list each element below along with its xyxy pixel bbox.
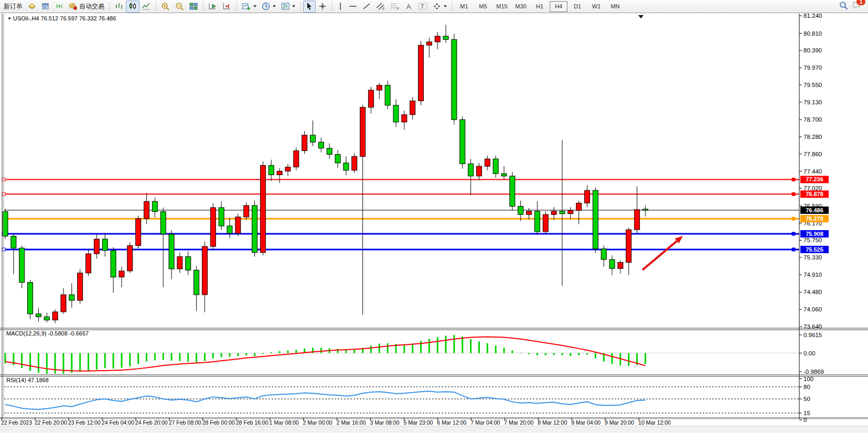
timeframe-m15-button[interactable]: M15 — [493, 1, 511, 12]
candle-down — [534, 211, 540, 232]
indicators-button[interactable] — [239, 1, 259, 13]
timeframe-group: M1M5M15M30H1H4D1W1MN — [455, 0, 625, 13]
candle-up — [144, 201, 149, 219]
bar-chart-button[interactable] — [112, 1, 126, 13]
timeframe-h1-button[interactable]: H1 — [531, 1, 549, 12]
timeframe-mn-button[interactable]: MN — [606, 1, 624, 12]
vertical-line-button[interactable] — [335, 1, 346, 13]
arrows-button[interactable] — [430, 1, 449, 13]
crosshair-button[interactable] — [316, 1, 329, 13]
notifications-button[interactable]: 1 — [852, 1, 862, 12]
zoom-out-button[interactable] — [173, 1, 187, 13]
price-tick-label: 74.910 — [803, 272, 822, 278]
chart-title-collapse-icon[interactable]: ▼ — [7, 16, 12, 21]
price-tick-label: 77.440 — [803, 168, 822, 175]
candle-down — [443, 36, 448, 39]
equidistant-channel-icon: E — [376, 2, 385, 10]
candle-up — [476, 166, 481, 176]
macd-main-value: -0.5808 — [48, 330, 67, 337]
symbols-button[interactable] — [25, 1, 39, 13]
time-tick-label: 8 Mar 12:00 — [538, 419, 567, 426]
price-tick-label: 79.970 — [803, 64, 822, 71]
arrows-icon — [433, 2, 441, 10]
toolbar-grip[interactable] — [299, 2, 302, 11]
cursor-button[interactable] — [303, 1, 316, 13]
toolbar-grip[interactable] — [155, 2, 157, 11]
candle-up — [568, 210, 573, 213]
chart-canvas[interactable]: 81.24080.81080.39079.97079.55079.13078.7… — [0, 14, 868, 426]
candle-up — [210, 208, 216, 246]
price-tick-label: 80.390 — [803, 47, 822, 53]
timeframe-m30-button[interactable]: M30 — [512, 1, 530, 12]
candle-down — [111, 251, 116, 277]
macd-tick-label: -0.9869 — [803, 369, 824, 375]
rsi-value: 47.1868 — [28, 377, 49, 383]
time-tick-label: 5 Mar 23:00 — [403, 419, 433, 426]
candle-down — [160, 212, 166, 234]
add-indicator-icon — [242, 2, 251, 10]
toolbar-grip[interactable] — [235, 2, 238, 11]
equidistant-channel-button[interactable]: E — [373, 1, 388, 13]
auto-trading-button[interactable]: 自动交易 — [66, 1, 107, 13]
symbols-icon — [28, 2, 36, 10]
svg-text:F: F — [397, 7, 399, 10]
candle-up — [635, 210, 640, 230]
candle-up — [235, 217, 241, 233]
candlestick-chart-button[interactable] — [126, 1, 140, 13]
price-tick-label: 79.130 — [803, 99, 822, 105]
vertical-line-icon — [337, 2, 344, 10]
chart-shift-button[interactable] — [220, 1, 234, 13]
status-bar — [0, 426, 868, 433]
time-tick-label: 9 Mar 04:00 — [571, 419, 601, 426]
chart-ohlc-values: 76.512 76.597 76.332 76.486 — [41, 15, 116, 21]
trendline-button[interactable] — [360, 1, 373, 13]
candle-up — [86, 254, 91, 273]
toolbar-grip[interactable] — [451, 2, 453, 11]
toolbar-grip[interactable] — [202, 2, 204, 11]
zoom-in-button[interactable] — [158, 1, 173, 13]
cursor-arrow-icon — [306, 2, 313, 10]
bar-chart-icon — [115, 2, 123, 10]
text-button[interactable]: A — [403, 1, 415, 13]
timeframe-m5-button[interactable]: M5 — [474, 1, 492, 12]
price-tick-label: 78.280 — [803, 134, 822, 140]
tile-windows-button[interactable] — [187, 1, 200, 13]
rsi-label: RSI(14) 47.1868 — [6, 377, 49, 383]
timeframe-m1-button[interactable]: M1 — [455, 1, 473, 12]
signals-button[interactable] — [52, 1, 66, 13]
new-order-button[interactable]: 新订单 — [1, 1, 25, 13]
auto-scroll-button[interactable] — [206, 1, 220, 13]
candle-up — [202, 246, 207, 295]
templates-caret-icon — [292, 5, 295, 7]
candle-down — [44, 317, 49, 320]
price-tick-label: 74.480 — [803, 289, 822, 295]
market-watch-button[interactable] — [39, 1, 52, 13]
candle-down — [518, 207, 523, 215]
fibonacci-button[interactable]: F — [388, 1, 403, 13]
time-tick-label: 23 Feb 12:00 — [68, 419, 101, 426]
time-tick-label: 7 Mar 20:00 — [504, 419, 533, 426]
candle-up — [61, 295, 66, 312]
templates-button[interactable] — [278, 1, 298, 13]
candle-down — [152, 201, 157, 212]
text-label-button[interactable]: T — [415, 1, 430, 13]
time-tick-label: 7 Mar 04:00 — [470, 419, 500, 426]
candle-down — [344, 163, 349, 170]
toolbar-grip[interactable] — [331, 2, 333, 11]
line-chart-button[interactable] — [140, 1, 153, 13]
candle-up — [244, 205, 249, 217]
candle-up — [626, 230, 631, 262]
toolbar-grip[interactable] — [109, 2, 111, 11]
candle-up — [377, 85, 382, 90]
periods-button[interactable] — [259, 1, 278, 13]
line-chart-icon — [142, 2, 151, 10]
horizontal-line-button[interactable] — [346, 1, 360, 13]
market-watch-icon — [41, 2, 50, 10]
timeframe-d1-button[interactable]: D1 — [569, 1, 586, 12]
timeframe-h4-button[interactable]: H4 — [550, 1, 567, 12]
timeframe-w1-button[interactable]: W1 — [587, 1, 605, 12]
search-icon[interactable] — [839, 1, 848, 12]
candle-up — [302, 135, 307, 151]
candle-up — [543, 214, 548, 232]
time-tick-label: 2 Mar 16:00 — [337, 419, 366, 426]
